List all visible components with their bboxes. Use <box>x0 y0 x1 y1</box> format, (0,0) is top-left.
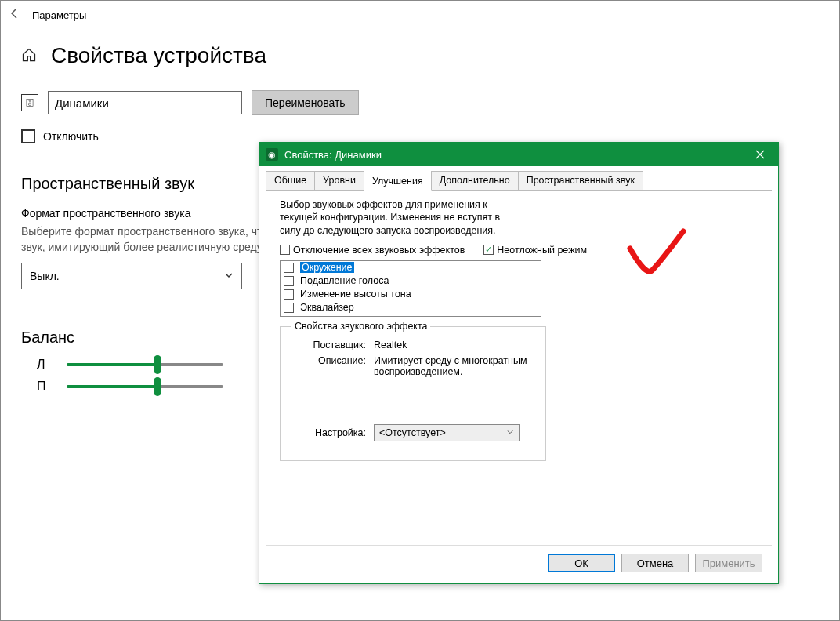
rename-button[interactable]: Переименовать <box>252 90 359 115</box>
enhancements-intro: Выбор звуковых эффектов для применения к… <box>280 198 515 237</box>
cancel-button[interactable]: Отмена <box>621 554 689 572</box>
description-value: Имитирует среду с многократным воспроизв… <box>374 355 534 377</box>
setting-dropdown[interactable]: <Отсутствует> <box>374 424 520 441</box>
chevron-down-icon <box>224 270 234 282</box>
speaker-icon <box>21 94 38 111</box>
page-title: Свойства устройства <box>51 43 266 68</box>
dialog-title-text: Свойства: Динамики <box>284 149 382 161</box>
close-button[interactable] <box>742 143 778 166</box>
provider-value: Realtek <box>374 340 534 350</box>
header-title: Параметры <box>32 9 86 21</box>
balance-left-label: Л <box>37 358 51 372</box>
effect-checkbox[interactable] <box>284 263 294 273</box>
effect-item-pitch-shift[interactable]: Изменение высоты тона <box>281 288 541 301</box>
effect-item-voice-cancel[interactable]: Подавление голоса <box>281 274 541 288</box>
back-button[interactable] <box>9 7 32 24</box>
effects-listbox[interactable]: Окружение Подавление голоса Изменение вы… <box>280 260 541 317</box>
effect-label: Подавление голоса <box>300 275 389 286</box>
tab-levels[interactable]: Уровни <box>314 171 364 190</box>
apply-button[interactable]: Применить <box>695 554 762 572</box>
balance-left-slider[interactable] <box>67 363 223 366</box>
tab-general[interactable]: Общие <box>266 171 315 190</box>
immediate-mode-label: Неотложный режим <box>497 245 587 256</box>
effect-label: Окружение <box>300 262 354 273</box>
dialog-icon: ◉ <box>266 148 278 161</box>
effect-checkbox[interactable] <box>284 276 294 286</box>
description-label: Описание: <box>291 355 374 377</box>
tab-advanced[interactable]: Дополнительно <box>431 171 519 190</box>
tab-spatial[interactable]: Пространственный звук <box>518 171 643 190</box>
speaker-properties-dialog: ◉ Свойства: Динамики Общие Уровни Улучше… <box>259 142 779 584</box>
settings-header: Параметры <box>1 1 839 29</box>
home-icon[interactable] <box>21 47 37 65</box>
provider-label: Поставщик: <box>291 340 374 350</box>
effect-checkbox[interactable] <box>284 303 294 313</box>
immediate-mode-checkbox[interactable]: ✓ Неотложный режим <box>483 245 587 256</box>
effect-properties-group: Свойства звукового эффекта Поставщик: Re… <box>280 326 546 461</box>
tab-enhancements[interactable]: Улучшения <box>364 172 432 191</box>
svg-point-2 <box>29 100 31 102</box>
device-name-input[interactable] <box>48 91 242 114</box>
effect-item-equalizer[interactable]: Эквалайзер <box>281 301 541 314</box>
effect-label: Изменение высоты тона <box>300 289 411 300</box>
chevron-down-icon <box>506 427 514 438</box>
effect-item-environment[interactable]: Окружение <box>281 261 541 274</box>
dialog-titlebar[interactable]: ◉ Свойства: Динамики <box>259 143 778 166</box>
svg-point-1 <box>28 103 31 106</box>
balance-right-slider[interactable] <box>67 385 223 388</box>
dialog-tabs: Общие Уровни Улучшения Дополнительно Про… <box>266 171 772 191</box>
disable-label: Отключить <box>43 130 99 143</box>
spatial-format-dropdown[interactable]: Выкл. <box>21 263 242 289</box>
spatial-format-value: Выкл. <box>30 270 60 282</box>
disable-all-effects-checkbox[interactable]: Отключение всех звуковых эффектов <box>280 245 465 256</box>
setting-label: Настройка: <box>291 427 374 438</box>
effect-properties-legend: Свойства звукового эффекта <box>291 321 430 332</box>
ok-button[interactable]: ОК <box>548 554 615 572</box>
effect-label: Эквалайзер <box>300 302 354 313</box>
disable-all-effects-label: Отключение всех звуковых эффектов <box>293 245 465 256</box>
setting-value: <Отсутствует> <box>379 427 446 438</box>
balance-right-label: П <box>37 380 51 394</box>
disable-checkbox[interactable] <box>21 129 35 143</box>
effect-checkbox[interactable] <box>284 289 294 300</box>
